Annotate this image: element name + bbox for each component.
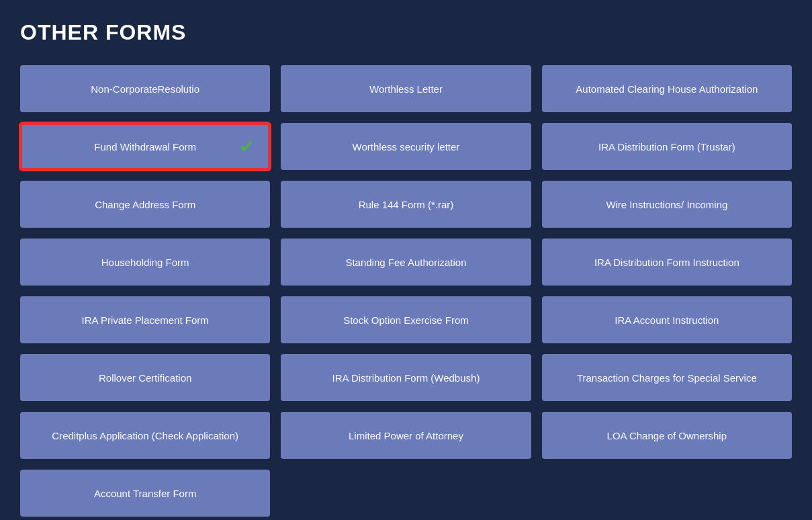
form-btn-label: LOA Change of Ownership bbox=[607, 430, 727, 441]
checkmark-icon: ✔ bbox=[239, 136, 255, 158]
form-btn-label: Fund Withdrawal Form bbox=[94, 141, 196, 153]
form-btn-householding-form[interactable]: Householding Form bbox=[20, 239, 270, 286]
form-btn-change-address-form[interactable]: Change Address Form bbox=[20, 181, 270, 228]
form-btn-ira-distribution-form-instruction[interactable]: IRA Distribution Form Instruction bbox=[542, 239, 792, 286]
form-btn-label: Account Transfer Form bbox=[94, 488, 197, 499]
form-btn-label: IRA Private Placement Form bbox=[82, 314, 209, 326]
forms-grid: Non-CorporateResolutioWorthless LetterAu… bbox=[20, 65, 792, 517]
form-btn-stock-option-exercise-from[interactable]: Stock Option Exercise From bbox=[281, 296, 531, 343]
form-btn-account-transfer-form[interactable]: Account Transfer Form bbox=[20, 470, 270, 517]
form-btn-label: IRA Distribution Form (Trustar) bbox=[598, 141, 735, 153]
form-btn-label: Householding Form bbox=[101, 257, 189, 268]
form-btn-wire-instructions-incoming[interactable]: Wire Instructions/ Incoming bbox=[542, 181, 792, 228]
form-btn-ira-distribution-form-wedbush[interactable]: IRA Distribution Form (Wedbush) bbox=[281, 354, 531, 401]
form-btn-limited-power-of-attorney[interactable]: Limited Power of Attorney bbox=[281, 412, 531, 459]
form-btn-rule-144-form-rar[interactable]: Rule 144 Form (*.rar) bbox=[281, 181, 531, 228]
form-btn-transaction-charges-for-special-service[interactable]: Transaction Charges for Special Service bbox=[542, 354, 792, 401]
form-btn-label: Wire Instructions/ Incoming bbox=[606, 199, 727, 210]
form-btn-label: Standing Fee Authorization bbox=[345, 257, 466, 268]
form-btn-rollover-certification[interactable]: Rollover Certification bbox=[20, 354, 270, 401]
form-btn-label: Automated Clearing House Authorization bbox=[576, 83, 758, 95]
form-btn-label: IRA Distribution Form Instruction bbox=[594, 257, 739, 268]
form-btn-label: Rollover Certification bbox=[99, 372, 191, 384]
form-btn-standing-fee-authorization[interactable]: Standing Fee Authorization bbox=[281, 239, 531, 286]
form-btn-label: IRA Account Instruction bbox=[615, 314, 719, 326]
form-btn-ira-distribution-form-trustar[interactable]: IRA Distribution Form (Trustar) bbox=[542, 123, 792, 170]
form-btn-ira-account-instruction[interactable]: IRA Account Instruction bbox=[542, 296, 792, 343]
form-btn-creditplus-application-check-application[interactable]: Creditplus Application (Check Applicatio… bbox=[20, 412, 270, 459]
form-btn-label: Worthless security letter bbox=[353, 141, 460, 153]
form-btn-label: Stock Option Exercise From bbox=[343, 314, 469, 326]
form-btn-automated-clearing-house-authorization[interactable]: Automated Clearing House Authorization bbox=[542, 65, 792, 112]
form-btn-ira-private-placement-form[interactable]: IRA Private Placement Form bbox=[20, 296, 270, 343]
form-btn-loa-change-of-ownership[interactable]: LOA Change of Ownership bbox=[542, 412, 792, 459]
form-btn-label: Transaction Charges for Special Service bbox=[577, 372, 757, 384]
form-btn-label: IRA Distribution Form (Wedbush) bbox=[332, 372, 480, 384]
form-btn-non-corporateresolutio[interactable]: Non-CorporateResolutio bbox=[20, 65, 270, 112]
form-btn-fund-withdrawal-form[interactable]: Fund Withdrawal Form✔ bbox=[20, 123, 270, 170]
form-btn-label: Rule 144 Form (*.rar) bbox=[359, 199, 454, 210]
form-btn-worthless-letter[interactable]: Worthless Letter bbox=[281, 65, 531, 112]
form-btn-label: Worthless Letter bbox=[369, 83, 443, 95]
form-btn-label: Change Address Form bbox=[95, 199, 195, 210]
form-btn-label: Creditplus Application (Check Applicatio… bbox=[52, 430, 238, 441]
page-title: OTHER FORMS bbox=[20, 20, 792, 45]
form-btn-label: Non-CorporateResolutio bbox=[91, 83, 199, 95]
form-btn-worthless-security-letter[interactable]: Worthless security letter bbox=[281, 123, 531, 170]
form-btn-label: Limited Power of Attorney bbox=[349, 430, 463, 441]
